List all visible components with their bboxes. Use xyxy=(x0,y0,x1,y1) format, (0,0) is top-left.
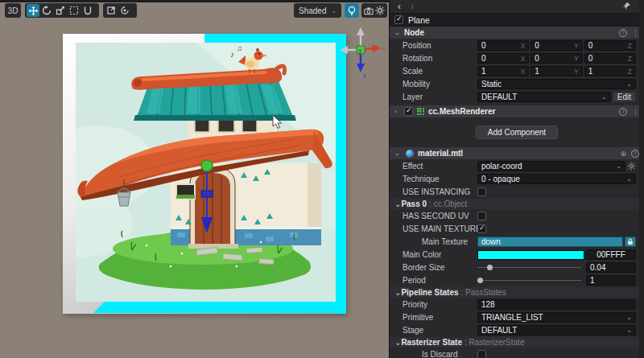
main-color-swatch[interactable] xyxy=(477,250,584,260)
technique-dropdown[interactable]: 0 - opaque⌄ xyxy=(477,174,636,184)
rotation-z-field[interactable]: 0Z xyxy=(584,53,636,64)
axis-z-label: z xyxy=(363,72,366,78)
node-active-checkbox[interactable] xyxy=(394,15,403,24)
position-y-field[interactable]: 0Y xyxy=(530,40,582,51)
lock-icon[interactable] xyxy=(625,237,636,247)
chevron-down-icon: ⌄ xyxy=(394,288,401,297)
technique-row: Technique 0 - opaque⌄ xyxy=(390,173,644,185)
layer-edit-button[interactable]: Edit xyxy=(613,92,636,102)
border-size-field[interactable]: 0.04 xyxy=(586,262,636,273)
translate-gizmo[interactable] xyxy=(196,158,217,240)
scale-x-field[interactable]: 1X xyxy=(477,66,529,76)
rect-tool-button[interactable] xyxy=(68,4,80,17)
period-row: Period 1 xyxy=(390,274,644,286)
inspector-scrollbar[interactable] xyxy=(639,0,644,358)
help-icon[interactable]: ? xyxy=(619,108,627,116)
shading-mode-dropdown[interactable]: Shaded ⌄ xyxy=(294,3,341,18)
sync-icon[interactable]: ⊕ xyxy=(620,150,626,158)
scale-row: Scale 1X 1Y 1Z xyxy=(390,65,644,77)
has-second-uv-checkbox[interactable] xyxy=(477,212,486,220)
pivot-icon xyxy=(106,6,116,15)
effect-settings-icon[interactable] xyxy=(627,162,636,171)
menu-icon[interactable]: ⋮ xyxy=(632,108,639,116)
axis-gizmo[interactable]: x z y xyxy=(338,26,388,79)
chevron-down-icon: ⌄ xyxy=(394,29,401,36)
viewport-settings-button[interactable] xyxy=(375,4,386,17)
mobility-row: Mobility Static⌄ xyxy=(390,78,644,90)
chevron-down-icon: ⌄ xyxy=(626,327,632,334)
border-size-row: Border Size 0.04 xyxy=(390,261,644,274)
has-second-uv-row: HAS SECOND UV xyxy=(390,210,644,222)
rotation-y-field[interactable]: 0Y xyxy=(530,53,582,64)
history-back-button[interactable]: ‹ xyxy=(398,1,401,12)
mouse-cursor xyxy=(272,114,283,130)
layer-row: Layer DEFAULT⌄ Edit xyxy=(390,91,644,103)
history-forward-button[interactable]: › xyxy=(411,1,414,12)
music-notes: ♪ xyxy=(230,50,234,59)
use-instancing-checkbox[interactable] xyxy=(477,187,486,196)
primitive-dropdown[interactable]: TRIANGLE_LIST⌄ xyxy=(477,312,636,323)
add-component-area: Add Component xyxy=(390,117,644,147)
use-main-texture-checkbox[interactable] xyxy=(477,224,486,233)
priority-field[interactable]: 128 xyxy=(477,299,636,310)
stage-dropdown[interactable]: DEFAULT⌄ xyxy=(477,325,636,335)
component-enabled-checkbox[interactable] xyxy=(404,107,413,116)
chevron-down-icon: ⌄ xyxy=(394,150,401,157)
node-header: Plane xyxy=(390,14,644,27)
pin-icon[interactable] xyxy=(622,2,631,12)
rotate-tool-button[interactable] xyxy=(40,4,53,17)
chevron-down-icon: ⌄ xyxy=(394,338,401,347)
gear-icon xyxy=(375,6,385,15)
menu-icon[interactable]: ⋮ xyxy=(632,29,639,37)
axis-z-arrow[interactable] xyxy=(357,64,365,72)
effect-dropdown[interactable]: polar-coord⌄ xyxy=(477,161,625,171)
is-discard-checkbox[interactable] xyxy=(477,350,486,358)
period-field[interactable]: 1 xyxy=(586,275,636,286)
help-icon[interactable]: ? xyxy=(631,150,639,158)
position-z-field[interactable]: 0Z xyxy=(584,40,636,51)
is-discard-row: Is Discard xyxy=(390,348,644,358)
rotation-x-field[interactable]: 0X xyxy=(477,53,529,64)
chevron-down-icon: ⌄ xyxy=(616,163,621,170)
universal-icon xyxy=(83,6,93,15)
axis-left-arrow[interactable] xyxy=(340,46,348,54)
scale-z-field[interactable]: 1Z xyxy=(584,66,636,76)
chevron-down-icon: ⌄ xyxy=(626,175,632,183)
subsection-rasterizer-state[interactable]: ⌄ Rasterizer State : RasterizerState xyxy=(390,337,644,348)
position-x-field[interactable]: 0X xyxy=(477,40,529,51)
viewport-top-border xyxy=(0,0,389,2)
main-texture-field[interactable]: down xyxy=(477,237,623,247)
mobility-dropdown[interactable]: Static⌄ xyxy=(477,79,636,89)
lighting-toggle-button[interactable] xyxy=(345,3,359,18)
section-mesh-renderer[interactable]: › cc.MeshRenderer ? ⋮ xyxy=(390,105,644,117)
mesh-renderer-icon xyxy=(417,108,424,115)
rotation-row: Rotation 0X 0Y 0Z xyxy=(390,52,644,64)
main-texture-row: Main Texture down xyxy=(390,236,644,248)
move-tool-button[interactable] xyxy=(27,4,39,17)
pivot-position-button[interactable] xyxy=(105,4,118,17)
layer-dropdown[interactable]: DEFAULT⌄ xyxy=(477,92,611,102)
mode-3d-button[interactable]: 3D xyxy=(5,3,21,18)
help-icon[interactable]: ? xyxy=(619,29,627,37)
scene-viewport[interactable]: ♪ ♫ xyxy=(0,0,389,358)
position-row: Position 0X 0Y 0Z xyxy=(390,39,644,51)
chevron-down-icon: ⌄ xyxy=(601,93,607,101)
camera-view-button[interactable] xyxy=(363,4,374,17)
editor-window: ♪ ♫ xyxy=(0,0,644,358)
subsection-pass0[interactable]: ⌄ Pass 0 : cc.Object xyxy=(390,199,644,209)
scale-y-field[interactable]: 1Y xyxy=(530,66,582,76)
scale-tool-button[interactable] xyxy=(54,4,67,17)
camera-icon xyxy=(364,6,374,15)
pivot-rotation-button[interactable] xyxy=(118,4,131,17)
scale-icon xyxy=(56,6,65,15)
axis-up-arrow[interactable] xyxy=(357,27,365,35)
main-color-hex-field[interactable]: 00FFFF xyxy=(586,249,636,260)
section-material[interactable]: ⌄ material.mtl ⊕ ? xyxy=(390,147,644,159)
subsection-pipeline-states[interactable]: ⌄ Pipeline States : PassStates xyxy=(390,287,644,298)
universal-tool-button[interactable] xyxy=(81,4,94,17)
period-slider[interactable] xyxy=(477,275,581,286)
border-size-slider[interactable] xyxy=(477,262,581,273)
add-component-button[interactable]: Add Component xyxy=(476,126,558,139)
axis-x-arrow[interactable] xyxy=(373,44,381,52)
section-node[interactable]: ⌄ Node ? ⋮ xyxy=(390,27,644,39)
